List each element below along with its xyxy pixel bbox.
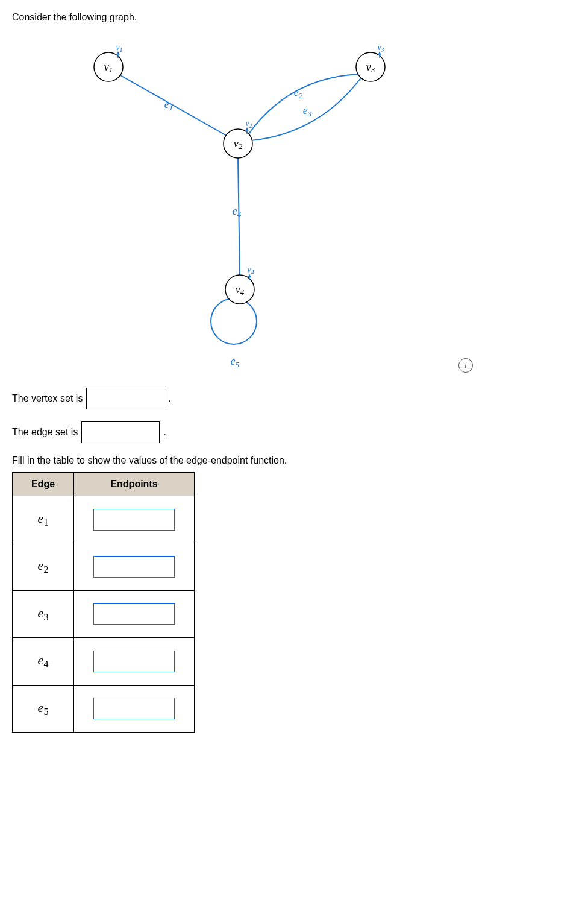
period: . xyxy=(168,393,170,404)
vertex-v1: v1 v1 xyxy=(94,43,123,81)
vertex-set-label: The vertex set is xyxy=(12,393,83,404)
edge-e5-loop xyxy=(211,298,257,344)
endpoints-input-e5[interactable] xyxy=(93,698,175,719)
period: . xyxy=(163,427,166,438)
edge-label: e3 xyxy=(38,605,49,620)
table-row: e5 xyxy=(13,685,195,732)
vertex-v3: v3 v3 xyxy=(356,43,385,81)
graph-figure: v1 v1 v2 v2 v3 xyxy=(72,32,458,376)
edge-label-e1: e1 xyxy=(164,98,174,112)
svg-text:v3: v3 xyxy=(377,43,384,53)
endpoints-input-e2[interactable] xyxy=(93,556,175,578)
prompt-text: Consider the following graph. xyxy=(12,12,576,23)
endpoints-input-e1[interactable] xyxy=(93,509,175,531)
header-edge: Edge xyxy=(13,473,74,496)
edge-label-e5: e5 xyxy=(231,355,240,369)
endpoints-input-e3[interactable] xyxy=(93,603,175,625)
edge-label: e5 xyxy=(38,700,49,715)
endpoints-input-e4[interactable] xyxy=(93,651,175,672)
table-row: e4 xyxy=(13,638,195,685)
vertex-v2: v2 v2 xyxy=(224,119,252,158)
svg-text:v1: v1 xyxy=(116,43,122,53)
info-icon[interactable]: i xyxy=(458,358,473,373)
table-instruction: Fill in the table to show the values of … xyxy=(12,455,576,466)
edge-label-e3: e3 xyxy=(303,104,312,118)
edge-label: e2 xyxy=(38,558,49,573)
edge-label: e1 xyxy=(38,511,49,526)
table-row: e2 xyxy=(13,543,195,590)
edge-endpoint-table: Edge Endpoints e1 e2 e3 e4 e5 xyxy=(12,472,195,733)
svg-text:v2: v2 xyxy=(245,119,252,129)
table-row: e1 xyxy=(13,496,195,543)
header-endpoints: Endpoints xyxy=(74,473,195,496)
edge-set-label: The edge set is xyxy=(12,427,78,438)
edge-e1 xyxy=(120,75,227,136)
svg-text:v4: v4 xyxy=(247,265,254,276)
vertex-set-input[interactable] xyxy=(86,388,164,409)
edge-set-input[interactable] xyxy=(81,421,160,443)
table-row: e3 xyxy=(13,590,195,637)
edge-label: e4 xyxy=(38,652,49,667)
edge-label-e4: e4 xyxy=(233,205,242,219)
